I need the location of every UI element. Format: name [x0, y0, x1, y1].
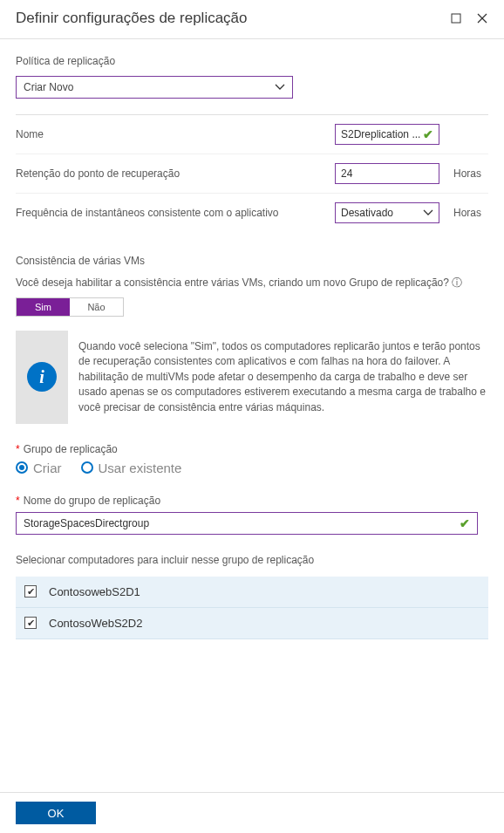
radio-existing[interactable]: [81, 461, 93, 474]
list-item-label: ContosowebS2D1: [49, 585, 140, 598]
toggle-no[interactable]: Não: [70, 298, 123, 316]
computers-label: Selecionar computadores para incluir nes…: [16, 554, 488, 566]
page-title: Definir configurações de replicação: [16, 10, 439, 27]
footer: OK: [0, 792, 504, 833]
repgroup-radio-row: Criar Usar existente: [16, 461, 488, 475]
name-label: Nome: [16, 128, 335, 140]
repgroup-label-text: Grupo de replicação: [24, 443, 118, 455]
required-asterisk: *: [16, 495, 20, 507]
snapshot-select[interactable]: Desativado: [335, 202, 439, 223]
retention-label: Retenção do ponto de recuperação: [16, 167, 335, 180]
retention-input[interactable]: [341, 167, 433, 180]
name-field-wrap: ✔: [335, 124, 439, 145]
check-icon: ✔: [423, 127, 433, 141]
multivm-heading: Consistência de várias VMs: [16, 255, 488, 267]
retention-field-wrap: [335, 163, 439, 184]
yes-no-toggle: Sim Não: [16, 297, 124, 317]
snapshot-value: Desativado: [341, 207, 393, 219]
toggle-yes[interactable]: Sim: [17, 298, 70, 316]
multivm-question: Você deseja habilitar a consistência ent…: [16, 276, 488, 290]
list-item[interactable]: ✔ ContosowebS2D1: [16, 577, 488, 608]
info-box: i Quando você seleciona "Sim", todos os …: [16, 331, 488, 424]
blade-header: Definir configurações de replicação: [0, 0, 504, 38]
svg-rect-0: [452, 14, 460, 23]
retention-unit: Horas: [453, 167, 488, 180]
name-input[interactable]: [341, 128, 423, 140]
policy-label: Política de replicação: [16, 55, 488, 67]
radio-create[interactable]: [16, 461, 28, 474]
chevron-down-icon: [423, 209, 433, 216]
close-button[interactable]: [473, 9, 492, 28]
check-icon: ✔: [460, 516, 470, 530]
snapshot-label: Frequência de instantâneos consistente c…: [16, 207, 335, 219]
maximize-button[interactable]: [446, 9, 466, 28]
policy-select-value: Criar Novo: [24, 81, 73, 93]
checkbox[interactable]: ✔: [24, 617, 37, 629]
list-item[interactable]: ✔ ContosoWebS2D2: [16, 608, 488, 639]
info-text: Quando você seleciona "Sim", todos os co…: [68, 331, 488, 424]
repgroup-name-label: *Nome do grupo de replicação: [16, 495, 488, 507]
policy-select[interactable]: Criar Novo: [16, 76, 293, 99]
radio-existing-label[interactable]: Usar existente: [99, 461, 182, 475]
snapshot-unit: Horas: [453, 207, 488, 219]
ok-button[interactable]: OK: [16, 802, 96, 824]
info-icon-column: i: [16, 331, 68, 424]
info-icon: i: [27, 362, 57, 392]
chevron-down-icon: [275, 84, 285, 91]
repgroup-name-label-text: Nome do grupo de replicação: [24, 495, 160, 507]
repgroup-name-field-wrap: ✔: [16, 512, 478, 535]
repgroup-name-input[interactable]: [24, 517, 460, 529]
checkbox[interactable]: ✔: [24, 585, 37, 597]
required-asterisk: *: [16, 443, 20, 455]
list-item-label: ContosoWebS2D2: [49, 617, 142, 630]
repgroup-label: *Grupo de replicação: [16, 443, 488, 455]
radio-create-label[interactable]: Criar: [33, 461, 62, 475]
